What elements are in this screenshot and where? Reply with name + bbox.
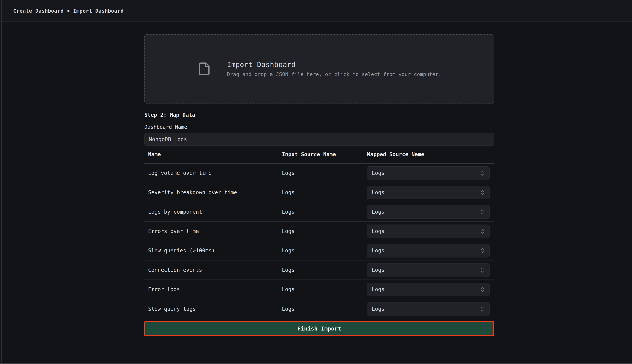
mapped-source-cell: Logs bbox=[367, 166, 494, 180]
mapped-source-selected-value: Logs bbox=[372, 189, 479, 196]
widget-name-cell: Error logs bbox=[144, 286, 282, 292]
dropzone-content: Import Dashboard Drag and drop a JSON fi… bbox=[197, 60, 442, 78]
mapped-source-cell: Logs bbox=[367, 205, 494, 219]
table-row: Error logs Logs Logs bbox=[144, 280, 494, 299]
widget-name-cell: Logs by component bbox=[144, 209, 282, 215]
mapped-source-cell: Logs bbox=[367, 224, 494, 238]
input-source-cell: Logs bbox=[282, 267, 367, 273]
mapped-source-selected-value: Logs bbox=[372, 267, 479, 273]
dropzone-title: Import Dashboard bbox=[227, 60, 442, 69]
source-mapping-table: Name Input Source Name Mapped Source Nam… bbox=[144, 146, 494, 319]
table-body: Log volume over time Logs Logs Severity … bbox=[144, 164, 494, 319]
chevrons-up-down-icon bbox=[479, 170, 486, 176]
mapped-source-select[interactable]: Logs bbox=[367, 166, 490, 180]
mapped-source-selected-value: Logs bbox=[372, 286, 479, 292]
table-row: Logs by component Logs Logs bbox=[144, 202, 494, 222]
mapped-source-cell: Logs bbox=[367, 283, 494, 296]
mapped-source-selected-value: Logs bbox=[372, 248, 479, 254]
chevrons-up-down-icon bbox=[479, 286, 486, 293]
input-source-cell: Logs bbox=[282, 306, 367, 312]
finish-import-button[interactable]: Finish Import bbox=[144, 321, 494, 336]
table-row: Log volume over time Logs Logs bbox=[144, 164, 494, 183]
mapped-source-selected-value: Logs bbox=[372, 170, 479, 176]
widget-name-cell: Errors over time bbox=[144, 228, 282, 234]
widget-name-cell: Log volume over time bbox=[144, 170, 282, 176]
file-icon bbox=[197, 60, 211, 78]
dropzone-text: Import Dashboard Drag and drop a JSON fi… bbox=[227, 60, 442, 77]
dashboard-name-input[interactable] bbox=[144, 133, 494, 146]
input-source-cell: Logs bbox=[282, 248, 367, 254]
step-heading: Step 2: Map Data bbox=[144, 112, 494, 118]
mapped-source-select[interactable]: Logs bbox=[367, 263, 490, 277]
mapped-source-cell: Logs bbox=[367, 302, 494, 316]
input-source-cell: Logs bbox=[282, 189, 367, 196]
mapped-source-selected-value: Logs bbox=[372, 209, 479, 215]
mapped-source-cell: Logs bbox=[367, 186, 494, 199]
input-source-cell: Logs bbox=[282, 209, 367, 215]
mapped-source-select[interactable]: Logs bbox=[367, 224, 490, 238]
table-row: Severity breakdown over time Logs Logs bbox=[144, 183, 494, 202]
chevrons-up-down-icon bbox=[479, 228, 486, 234]
widget-name-cell: Connection events bbox=[144, 267, 282, 273]
json-file-dropzone[interactable]: Import Dashboard Drag and drop a JSON fi… bbox=[144, 34, 494, 104]
mapped-source-cell: Logs bbox=[367, 244, 494, 258]
chevrons-up-down-icon bbox=[479, 209, 486, 215]
breadcrumb[interactable]: Create Dashboard > Import Dashboard bbox=[13, 8, 124, 14]
widget-name-cell: Severity breakdown over time bbox=[144, 189, 282, 196]
top-navigation-bar: Create Dashboard > Import Dashboard bbox=[0, 0, 632, 22]
input-source-cell: Logs bbox=[282, 228, 367, 234]
column-header-name: Name bbox=[144, 151, 282, 158]
mapped-source-selected-value: Logs bbox=[372, 228, 479, 234]
table-row: Slow query logs Logs Logs bbox=[144, 299, 494, 319]
mapped-source-select[interactable]: Logs bbox=[367, 283, 490, 296]
mapped-source-select[interactable]: Logs bbox=[367, 244, 490, 258]
import-dashboard-panel: Import Dashboard Drag and drop a JSON fi… bbox=[144, 22, 494, 336]
table-row: Slow queries (>100ms) Logs Logs bbox=[144, 241, 494, 260]
mapped-source-selected-value: Logs bbox=[372, 306, 479, 312]
table-row: Errors over time Logs Logs bbox=[144, 222, 494, 241]
chevrons-up-down-icon bbox=[479, 306, 486, 312]
window-left-border bbox=[1, 0, 2, 363]
input-source-cell: Logs bbox=[282, 286, 367, 292]
dropzone-subtitle: Drag and drop a JSON file here, or click… bbox=[227, 71, 442, 77]
widget-name-cell: Slow query logs bbox=[144, 306, 282, 312]
table-header-row: Name Input Source Name Mapped Source Nam… bbox=[144, 146, 494, 164]
chevrons-up-down-icon bbox=[479, 189, 486, 196]
input-source-cell: Logs bbox=[282, 170, 367, 176]
table-row: Connection events Logs Logs bbox=[144, 260, 494, 280]
mapped-source-select[interactable]: Logs bbox=[367, 205, 490, 219]
dashboard-name-label: Dashboard Name bbox=[144, 124, 494, 130]
mapped-source-cell: Logs bbox=[367, 263, 494, 277]
widget-name-cell: Slow queries (>100ms) bbox=[144, 248, 282, 254]
column-header-mapped-source: Mapped Source Name bbox=[367, 151, 494, 158]
horizontal-scrollbar-track[interactable] bbox=[0, 363, 632, 364]
column-header-input-source: Input Source Name bbox=[282, 151, 367, 158]
mapped-source-select[interactable]: Logs bbox=[367, 302, 490, 316]
chevrons-up-down-icon bbox=[479, 267, 486, 273]
chevrons-up-down-icon bbox=[479, 248, 486, 254]
mapped-source-select[interactable]: Logs bbox=[367, 186, 490, 199]
